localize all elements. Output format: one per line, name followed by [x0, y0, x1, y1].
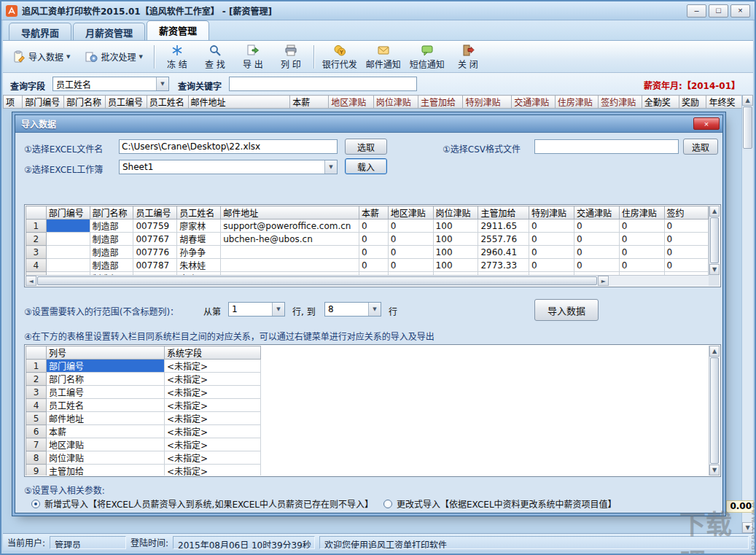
cell[interactable]: 0 — [619, 220, 664, 233]
column-header[interactable] — [26, 346, 47, 360]
cell[interactable] — [221, 246, 359, 259]
scroll-down-button[interactable]: ▼ — [709, 264, 720, 275]
export-button[interactable]: 导 出 — [235, 42, 271, 71]
cell[interactable] — [46, 220, 90, 233]
cell[interactable]: 0 — [359, 246, 389, 259]
cell[interactable]: 0 — [619, 259, 664, 272]
scroll-up-button[interactable]: ▲ — [709, 346, 720, 357]
row-number[interactable]: 1 — [26, 360, 47, 373]
cell[interactable]: <未指定> — [165, 360, 261, 373]
cell[interactable]: <未指定> — [165, 386, 261, 399]
cell[interactable]: 廖家林 — [177, 220, 221, 233]
cell[interactable]: 0 — [529, 220, 574, 233]
range-to-combo[interactable]: 8 ▼ — [324, 302, 381, 317]
cell[interactable]: 100 — [433, 220, 478, 233]
cell[interactable]: 0 — [619, 233, 664, 246]
window-close-button[interactable]: × — [730, 4, 750, 18]
import-data-button[interactable]: 导入数据 ▼ — [6, 44, 77, 70]
cell[interactable]: 2960.41 — [478, 246, 529, 259]
row-number[interactable]: 8 — [26, 451, 47, 465]
column-header[interactable]: 特别津贴 — [463, 96, 512, 109]
cell[interactable]: 制造部 — [90, 220, 133, 233]
dialog-titlebar[interactable]: 导入数据 × — [15, 115, 722, 133]
freeze-button[interactable]: 冻 结 — [159, 42, 195, 71]
cell[interactable]: <未指定> — [165, 465, 261, 476]
cell[interactable]: 邮件地址 — [47, 412, 165, 425]
cell[interactable]: 100 — [433, 233, 478, 246]
column-header[interactable]: 地区津贴 — [388, 206, 433, 220]
cell[interactable]: 本薪 — [47, 425, 165, 438]
cell[interactable]: 制造部 — [90, 259, 133, 272]
column-header[interactable]: 交通津贴 — [512, 96, 556, 109]
cell[interactable]: 0 — [388, 233, 433, 246]
cell[interactable]: 0 — [388, 220, 433, 233]
cell[interactable] — [221, 259, 359, 272]
find-button[interactable]: 查 找 — [197, 42, 233, 71]
row-number[interactable]: 5 — [26, 412, 47, 425]
row-number[interactable]: 7 — [26, 438, 47, 451]
column-header[interactable]: 邮件地址 — [221, 206, 359, 220]
cell[interactable]: 0 — [359, 233, 389, 246]
row-number[interactable]: 6 — [26, 425, 47, 438]
cell[interactable]: support@poweroffice.com.cn — [221, 220, 359, 233]
column-header[interactable]: 员工编号 — [133, 206, 177, 220]
cell[interactable]: 员工编号 — [47, 386, 165, 399]
row-number[interactable]: 9 — [26, 465, 47, 476]
cell[interactable]: 部门名称 — [47, 373, 165, 386]
radio-unselected-icon[interactable] — [383, 500, 392, 508]
column-header[interactable]: 全勤奖 — [642, 96, 679, 109]
cell[interactable]: 0 — [574, 246, 619, 259]
radio-selected-icon[interactable] — [31, 500, 40, 508]
append-import-option[interactable]: 新增式导入【将EXCEL人员薪资导入到系统,如果EXCEL中人员薪资已存在则不导… — [31, 497, 373, 510]
load-button[interactable]: 载入 — [345, 158, 387, 174]
column-header[interactable]: 系统字段 — [165, 346, 261, 360]
cell[interactable]: 0 — [359, 220, 389, 233]
cell[interactable]: 胡春堰 — [177, 233, 221, 246]
column-header[interactable]: 岗位津贴 — [373, 96, 418, 109]
row-number[interactable]: 4 — [26, 259, 47, 272]
scrollbar-thumb[interactable] — [743, 106, 752, 149]
cell[interactable]: 2557.76 — [478, 233, 529, 246]
cell[interactable]: 地区津贴 — [47, 438, 165, 451]
column-header[interactable] — [26, 206, 47, 220]
cell[interactable]: 主管加给 — [47, 465, 165, 476]
excel-file-input[interactable] — [119, 139, 338, 154]
main-vertical-scrollbar[interactable]: ▲ ▼ — [741, 95, 753, 533]
cell[interactable]: 0 — [388, 259, 433, 272]
cell[interactable]: 0 — [529, 246, 574, 259]
scrollbar-thumb[interactable] — [710, 357, 719, 464]
cell[interactable]: <未指定> — [165, 412, 261, 425]
maximize-button[interactable]: □ — [709, 4, 728, 18]
scroll-left-button[interactable]: ◄ — [26, 276, 36, 286]
dialog-close-button[interactable]: × — [693, 117, 720, 130]
cell[interactable]: 100 — [433, 246, 478, 259]
column-header[interactable]: 奖励 — [679, 96, 706, 109]
cell[interactable]: 制造部 — [90, 246, 133, 259]
scroll-down-button[interactable]: ▼ — [709, 465, 720, 476]
column-header[interactable]: 员工姓名 — [177, 206, 221, 220]
cell[interactable]: 007776 — [133, 246, 177, 259]
cell[interactable]: 朱林娃 — [177, 259, 221, 272]
cell[interactable]: 0 — [529, 233, 574, 246]
print-button[interactable]: 列 印 — [273, 42, 309, 71]
column-header[interactable]: 列号 — [47, 346, 165, 360]
chevron-down-icon[interactable]: ▼ — [272, 303, 284, 316]
cell[interactable]: 007759 — [133, 220, 177, 233]
vertical-scrollbar[interactable]: ▲ ▼ — [709, 346, 720, 476]
cell[interactable]: 2911.65 — [478, 220, 529, 233]
cell[interactable]: 员工姓名 — [47, 399, 165, 412]
cell[interactable]: <未指定> — [165, 438, 261, 451]
chevron-down-icon[interactable]: ▼ — [156, 77, 168, 90]
row-number[interactable]: 4 — [26, 399, 47, 412]
cell[interactable]: 0 — [574, 233, 619, 246]
vertical-scrollbar[interactable]: ▲ ▼ — [709, 206, 720, 275]
cell[interactable]: 0 — [664, 246, 708, 259]
chevron-down-icon[interactable]: ▼ — [368, 303, 381, 316]
titlebar[interactable]: 追风工资单打印软件2015.01【追风软件工作室】 - [薪资管理] – □ × — [1, 1, 755, 20]
range-from-combo[interactable]: 1 ▼ — [228, 302, 285, 317]
csv-file-input[interactable] — [534, 139, 679, 154]
column-header[interactable]: 项 — [4, 96, 23, 109]
batch-process-button[interactable]: 批次处理 ▼ — [78, 44, 149, 70]
column-header[interactable]: 部门名称 — [64, 96, 106, 109]
row-number[interactable]: 1 — [26, 220, 47, 233]
